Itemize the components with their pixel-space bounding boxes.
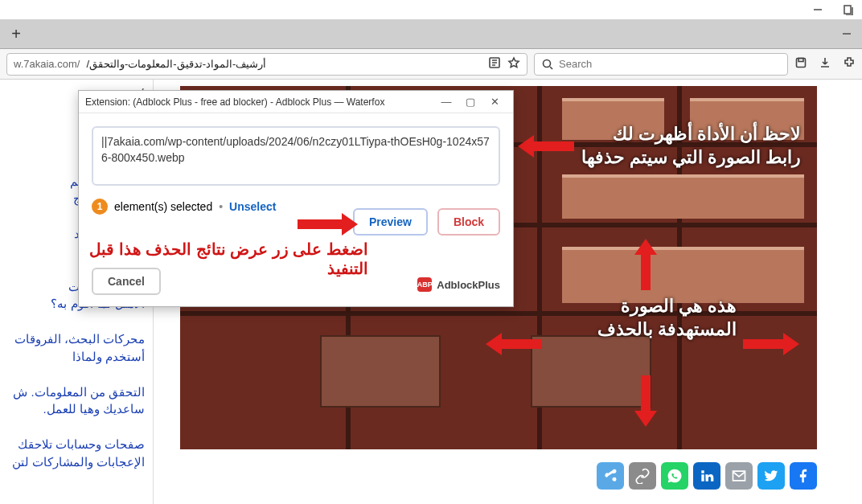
selected-count-badge: 1 bbox=[92, 199, 108, 215]
toolbar: w.7akaia.com/ أرشيف-المواد-تدقيق-المعلوم… bbox=[0, 49, 862, 80]
sidebar-item[interactable]: التحقق من المعلومات. شساعديك وهيا للعمل. bbox=[0, 383, 145, 419]
new-tab-button[interactable]: + bbox=[5, 23, 27, 45]
arrow-left-icon bbox=[518, 137, 574, 155]
svg-rect-0 bbox=[844, 6, 851, 14]
downloads-icon[interactable] bbox=[819, 56, 831, 72]
annotation-press-preview: اضغط على زر عرض نتائج الحذف هذا قبل التن… bbox=[87, 240, 368, 278]
bookmark-star-icon[interactable] bbox=[507, 56, 520, 72]
arrow-down-icon bbox=[637, 375, 655, 427]
block-button[interactable]: Block bbox=[437, 208, 500, 236]
dialog-maximize-button[interactable]: ▢ bbox=[458, 96, 482, 108]
extensions-icon[interactable] bbox=[843, 56, 856, 72]
search-icon bbox=[541, 58, 554, 71]
svg-rect-3 bbox=[797, 58, 806, 67]
arrow-left-icon bbox=[486, 335, 542, 353]
share-link-button[interactable] bbox=[629, 462, 656, 490]
toolbar-actions bbox=[794, 56, 856, 72]
search-box[interactable] bbox=[534, 53, 788, 76]
abp-logo-icon: ABP bbox=[417, 277, 432, 292]
share-generic-button[interactable] bbox=[597, 462, 624, 490]
arrow-up-icon bbox=[637, 239, 655, 290]
share-linkedin-button[interactable] bbox=[693, 462, 720, 490]
share-twitter-button[interactable] bbox=[757, 462, 785, 490]
docpage-icon[interactable] bbox=[843, 4, 854, 15]
minimize-button[interactable] bbox=[812, 4, 823, 15]
annotation-tool-showed-url: لاحظ أن الأداة أظهرت لكرابط الصورة التي … bbox=[560, 123, 801, 169]
share-row bbox=[180, 462, 817, 494]
adblock-brand: ABP AdblockPlus bbox=[417, 277, 500, 292]
share-facebook-button[interactable] bbox=[790, 462, 817, 490]
window-controls bbox=[812, 0, 862, 19]
arrow-right-icon bbox=[298, 215, 358, 233]
selected-label: element(s) selected bbox=[114, 200, 212, 213]
tabstrip-minimize-icon[interactable] bbox=[841, 28, 852, 39]
address-bar[interactable]: w.7akaia.com/ أرشيف-المواد-تدقيق-المعلوم… bbox=[6, 53, 527, 76]
dialog-close-button[interactable]: ✕ bbox=[482, 96, 507, 108]
sidebar-item[interactable]: صفحات وحسابات تلاحقكالإعجابات والمشاركات… bbox=[0, 436, 145, 471]
share-email-button[interactable] bbox=[725, 462, 753, 490]
annotation-target-image: هذه هي الصورةالمستهدفة بالحذف bbox=[576, 295, 737, 341]
url-path: أرشيف-المواد-تدقيق-المعلومات-والتحقق/ bbox=[86, 58, 266, 70]
share-whatsapp-button[interactable] bbox=[661, 462, 688, 490]
reader-mode-icon[interactable] bbox=[488, 56, 501, 72]
url-host: w.7akaia.com/ bbox=[14, 58, 80, 70]
svg-rect-4 bbox=[798, 58, 803, 61]
sidebar-item[interactable]: محركات البحث، الفروقاتأستخدم ولماذا bbox=[0, 330, 145, 366]
arrow-right-icon bbox=[743, 335, 799, 353]
blocked-url-field[interactable]: ||7akaia.com/wp-content/uploads/2024/06/… bbox=[92, 126, 500, 186]
dialog-titlebar: Extension: (Adblock Plus - free ad block… bbox=[79, 91, 513, 113]
dialog-minimize-button[interactable]: — bbox=[434, 96, 458, 108]
tab-strip: + bbox=[0, 19, 862, 49]
save-page-icon[interactable] bbox=[794, 56, 807, 72]
svg-point-2 bbox=[544, 59, 551, 67]
preview-button[interactable]: Preview bbox=[353, 208, 428, 236]
search-input[interactable] bbox=[559, 58, 781, 70]
unselect-link[interactable]: Unselect bbox=[229, 200, 276, 213]
dialog-title: Extension: (Adblock Plus - free ad block… bbox=[85, 96, 384, 108]
